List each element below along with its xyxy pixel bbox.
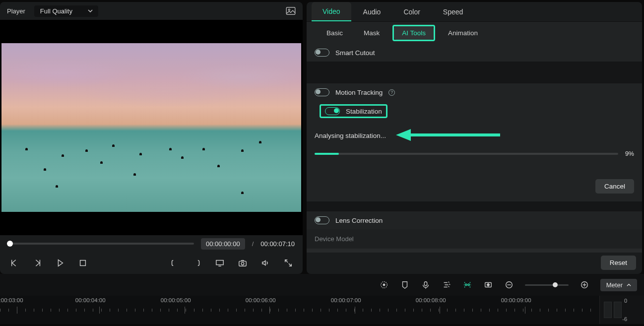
label-motion-tracking: Motion Tracking — [335, 89, 383, 96]
render-icon[interactable] — [379, 280, 389, 290]
ruler-label: 00:00:07:00 — [331, 297, 361, 303]
zoom-in-icon[interactable] — [580, 280, 589, 290]
svg-point-1 — [288, 9, 290, 10]
audio-mix-icon[interactable] — [442, 280, 451, 290]
annotation-arrow-icon — [396, 129, 500, 141]
scrub-row: 00:00:00:00 / 00:00:07:10 — [0, 235, 303, 252]
zoom-slider[interactable] — [525, 284, 569, 286]
toggle-motion-tracking[interactable] — [315, 88, 329, 96]
next-frame-button[interactable] — [32, 258, 43, 268]
svg-marker-7 — [396, 129, 411, 141]
properties-panel: Video Audio Color Speed Basic Mask AI To… — [307, 2, 642, 274]
scrub-track[interactable] — [8, 243, 194, 245]
timeline-toolbar: Meter — [0, 274, 644, 296]
toggle-smart-cutout[interactable] — [315, 49, 329, 57]
zoom-thumb[interactable] — [553, 282, 558, 287]
ruler-label: 00:00:08:00 — [416, 297, 446, 303]
progress-percent: 9% — [625, 150, 634, 157]
volume-button[interactable] — [260, 258, 271, 268]
video-preview[interactable] — [0, 20, 303, 235]
toggle-stabilization[interactable] — [325, 107, 340, 115]
toggle-lens-correction[interactable] — [315, 216, 329, 224]
marker-icon[interactable] — [400, 280, 410, 290]
progress-fill — [315, 153, 339, 155]
cancel-button[interactable]: Cancel — [595, 179, 634, 194]
svg-point-5 — [241, 262, 244, 265]
meter-scale-6: -6 — [622, 316, 627, 322]
mark-in-button[interactable] — [169, 258, 180, 268]
quality-value: Full Quality — [40, 7, 72, 15]
tab-video[interactable]: Video — [312, 2, 351, 21]
svg-rect-10 — [424, 282, 427, 286]
sub-tab-bar: Basic Mask AI Tools Animation — [307, 22, 642, 44]
tab-color[interactable]: Color — [392, 2, 431, 21]
svg-rect-4 — [239, 261, 246, 266]
timecode-sep: / — [252, 240, 254, 248]
play-button[interactable] — [55, 258, 65, 268]
svg-point-12 — [468, 284, 470, 286]
label-smart-cutout: Smart Cutout — [335, 49, 375, 57]
ruler-label: 00:00:05:00 — [161, 297, 191, 303]
progress-track — [315, 153, 618, 155]
chevron-down-icon — [87, 8, 93, 14]
prev-frame-button[interactable] — [9, 258, 20, 268]
image-icon[interactable] — [286, 7, 296, 15]
mark-out-button[interactable] — [192, 258, 202, 268]
player-header: Player Full Quality — [0, 2, 303, 20]
voiceover-icon[interactable] — [421, 280, 431, 290]
help-icon[interactable]: ? — [388, 89, 395, 96]
snapshot-button[interactable] — [237, 258, 248, 268]
row-smart-cutout: Smart Cutout — [307, 44, 642, 62]
fullscreen-button[interactable] — [283, 258, 294, 268]
player-label: Player — [7, 7, 25, 15]
display-button[interactable] — [214, 258, 225, 268]
timeline: 00:00:03:0000:00:04:0000:00:05:0000:00:0… — [0, 296, 644, 324]
audio-meter: 0 -6 — [599, 296, 644, 324]
svg-rect-3 — [216, 261, 223, 265]
scrub-thumb[interactable] — [7, 241, 13, 247]
ai-tool-icon[interactable] — [462, 280, 472, 290]
zoom-out-icon[interactable] — [504, 280, 514, 290]
meter-scale-0: 0 — [624, 298, 627, 304]
device-model-field[interactable] — [307, 249, 642, 253]
tab-ai-tools[interactable]: AI Tools — [394, 26, 434, 40]
tab-audio[interactable]: Audio — [352, 2, 392, 21]
row-motion-tracking: Motion Tracking ? — [307, 83, 642, 101]
svg-rect-2 — [80, 261, 86, 266]
svg-rect-0 — [286, 7, 295, 14]
row-lens-correction: Lens Correction — [307, 211, 642, 229]
tab-animation[interactable]: Animation — [440, 26, 486, 40]
highlight-ai-tools: AI Tools — [392, 25, 435, 41]
transport-bar — [0, 252, 303, 274]
top-tab-bar: Video Audio Color Speed — [307, 2, 642, 22]
highlight-stabilization: Stabilization — [320, 104, 387, 118]
ruler-label: 00:00:06:00 — [246, 297, 276, 303]
reset-button[interactable]: Reset — [601, 256, 636, 270]
player-panel: Player Full Quality — [0, 2, 303, 274]
svg-point-9 — [383, 284, 385, 286]
video-frame — [1, 43, 301, 212]
timecode-total: 00:00:07:10 — [260, 240, 295, 248]
svg-point-11 — [465, 284, 467, 286]
tab-basic[interactable]: Basic — [319, 26, 351, 40]
timecode-current[interactable]: 00:00:00:00 — [201, 238, 245, 250]
chevron-up-icon — [627, 283, 631, 287]
ruler-label: 00:00:09:00 — [501, 297, 531, 303]
quality-select[interactable]: Full Quality — [34, 5, 98, 17]
keyframe-icon[interactable] — [483, 280, 493, 290]
meter-label: Meter — [606, 281, 623, 289]
stop-button[interactable] — [77, 258, 88, 268]
label-stabilization: Stabilization — [346, 108, 382, 115]
meter-button[interactable]: Meter — [600, 279, 637, 291]
analysing-block: Analysing stabilization... 9% — [307, 123, 642, 168]
tab-mask[interactable]: Mask — [356, 26, 387, 40]
label-lens-correction: Lens Correction — [335, 217, 383, 224]
tab-speed[interactable]: Speed — [432, 2, 474, 21]
device-model-label: Device Model — [307, 229, 642, 249]
row-stabilization: Stabilization — [307, 101, 642, 123]
ruler-label: 00:00:04:00 — [75, 297, 106, 303]
timeline-ruler[interactable]: 00:00:03:0000:00:04:0000:00:05:0000:00:0… — [0, 296, 599, 324]
ruler-label: 00:00:03:00 — [0, 297, 23, 303]
